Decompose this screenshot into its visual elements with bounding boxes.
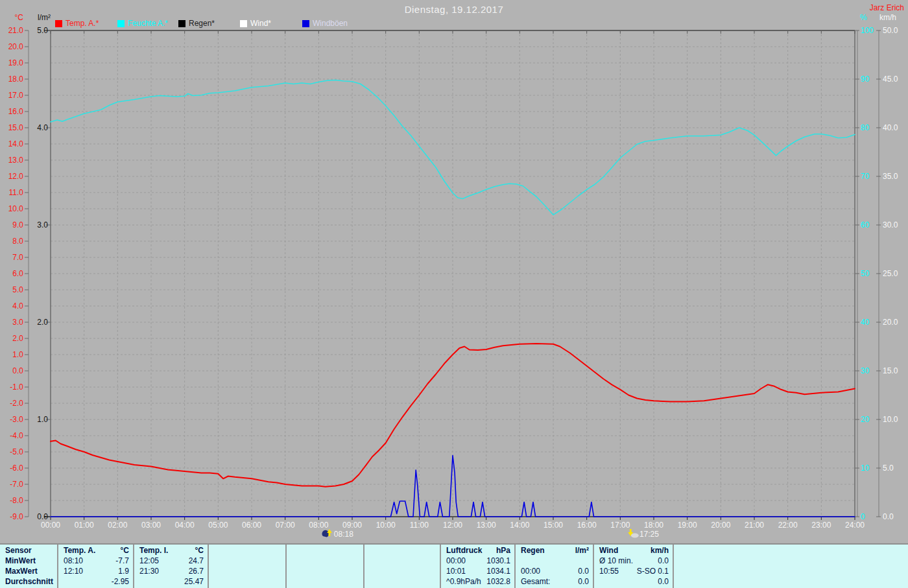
x-axis-time-label: 07:00: [276, 521, 295, 530]
temp-axis-tick-label: 17.0: [8, 91, 24, 100]
cell-time: 21:30: [139, 566, 159, 576]
x-axis-time-label: 09:00: [342, 521, 362, 530]
table-header-row: Windkm/h: [594, 545, 673, 556]
legend-label: Temp. A.*: [66, 19, 99, 28]
sensor-name: Temp. A.: [64, 545, 95, 556]
cell-value: 0.0: [578, 576, 589, 587]
temp-axis-tick-label: -8.0: [10, 496, 23, 505]
cell-time: Ø 10 min.: [599, 556, 633, 566]
table-row: [209, 576, 285, 587]
humidity-axis-tick-label: 60: [861, 220, 870, 229]
wind-axis-tick-label: 45.0: [883, 75, 898, 84]
temp-axis-tick-label: 2.0: [12, 334, 23, 343]
temp-axis-tick-label: 16.0: [8, 107, 24, 116]
cell-value: S-SO 0.1: [637, 566, 669, 576]
x-axis-time-label: 16:00: [577, 521, 597, 530]
legend-label: Windböen: [313, 19, 348, 28]
temp-axis-tick-label: 20.0: [8, 42, 24, 51]
humidity-axis-tick-label: 40: [861, 318, 870, 327]
table-row: [364, 556, 440, 566]
table-sensor-column: LuftdruckhPa00:001030.110:011034.1^0.9hP…: [440, 545, 514, 588]
temp-axis-tick-label: -9.0: [10, 512, 23, 521]
legend-swatch-icon: [117, 20, 125, 27]
rain-axis-tick-label: 1.0: [37, 415, 48, 424]
x-axis-time-label: 13:00: [477, 521, 496, 530]
table-header-row: Temp. A.°C: [58, 545, 133, 556]
legend-swatch-icon: [178, 20, 185, 27]
table-row: 10:55S-SO 0.1: [594, 566, 673, 576]
table-header-row: [364, 545, 440, 556]
cell-value: 1.9: [118, 566, 129, 576]
table-header-row: [674, 545, 908, 556]
rain-axis-tick-label: 4.0: [37, 123, 48, 132]
sensor-unit: °C: [195, 545, 204, 556]
table-row: ^0.9hPa/h1032.8: [441, 576, 514, 587]
cell-time: 00:00: [446, 556, 466, 566]
temp-axis-tick-label: -4.0: [10, 431, 23, 440]
cell-value: 26.7: [189, 566, 204, 576]
temp-axis-tick-label: -6.0: [10, 464, 23, 473]
table-row: [209, 566, 285, 576]
sensor-unit: hPa: [496, 545, 510, 556]
table-row: [209, 556, 285, 566]
temp-axis-tick-label: 10.0: [8, 204, 24, 213]
cell-value: 25.47: [184, 576, 204, 587]
table-row: [516, 556, 593, 566]
legend-label: Feuchte A.*: [128, 19, 168, 28]
weather-app-window: Dienstag, 19.12.2017 Jarz Erich 21.020.0…: [0, 0, 908, 588]
table-row-label: MinWert: [5, 556, 36, 566]
x-axis-time-label: 22:00: [778, 521, 798, 530]
table-row: 10:011034.1: [441, 566, 514, 576]
temp-axis-tick-label: 19.0: [8, 58, 24, 67]
sensor-name: Wind: [599, 545, 618, 556]
summary-table: SensorMinWertMaxWertDurchschnittTemp. A.…: [0, 543, 908, 588]
table-row: MinWert: [0, 556, 57, 566]
table-row: 12:101.9: [58, 566, 133, 576]
cell-time: ^0.9hPa/h: [446, 576, 481, 587]
x-axis-time-label: 00:00: [41, 521, 60, 530]
temp-axis-tick-label: 13.0: [8, 156, 24, 165]
table-row: [674, 576, 908, 587]
x-axis-time-label: 10:00: [376, 521, 396, 530]
rain-axis-tick-label: 0.0: [37, 512, 48, 521]
temp-axis-tick-label: -1.0: [10, 382, 23, 392]
humidity-axis-tick-label: 50: [861, 269, 870, 278]
table-header-row: LuftdruckhPa: [441, 545, 514, 556]
x-axis-time-label: 18:00: [644, 521, 663, 530]
cell-value: 0.0: [658, 556, 669, 566]
cell-time: 10:01: [446, 566, 466, 576]
cell-time: 00:00: [521, 566, 540, 576]
sensor-name: Regen: [521, 545, 545, 556]
x-axis-time-label: 15:00: [544, 521, 563, 530]
temp-axis-tick-label: 7.0: [12, 253, 23, 262]
temp-axis-tick-label: 3.0: [12, 318, 23, 327]
table-row: Durchschnitt: [0, 576, 57, 587]
temp-axis-tick-label: -2.0: [10, 399, 23, 408]
table-sensor-column: [285, 545, 363, 588]
cell-time: 10:55: [599, 566, 619, 576]
temp-axis-tick-label: 4.0: [12, 301, 23, 311]
table-row: [674, 556, 908, 566]
legend-label: Regen*: [189, 19, 215, 28]
legend-item: Feuchte A.*: [117, 19, 168, 28]
wind-axis-tick-label: 15.0: [883, 366, 898, 375]
sensor-unit: l/m²: [575, 545, 589, 556]
temp-axis-tick-label: 11.0: [9, 188, 24, 197]
x-axis-time-label: 03:00: [141, 521, 161, 530]
temp-axis-tick-label: 6.0: [12, 269, 23, 278]
table-row: Gesamt:0.0: [516, 576, 593, 587]
cell-time: 08:10: [64, 556, 83, 566]
legend-swatch-icon: [302, 20, 309, 27]
sensor-name: Luftdruck: [446, 545, 482, 556]
x-axis-time-label: 05:00: [208, 521, 228, 530]
x-axis-time-label: 11:00: [410, 521, 429, 530]
x-axis-time-label: 02:00: [108, 521, 127, 530]
x-axis-time-label: 01:00: [75, 521, 94, 530]
humidity-axis-tick-label: 10: [861, 464, 870, 473]
table-sensor-column: Temp. A.°C08:10-7.712:101.9-2.95: [57, 545, 133, 588]
table-row: 0.0: [594, 576, 673, 587]
cell-time: 12:05: [139, 556, 159, 566]
table-row: Sensor: [0, 545, 57, 556]
legend-swatch-icon: [240, 20, 247, 27]
temp-axis-tick-label: 1.0: [12, 350, 23, 359]
